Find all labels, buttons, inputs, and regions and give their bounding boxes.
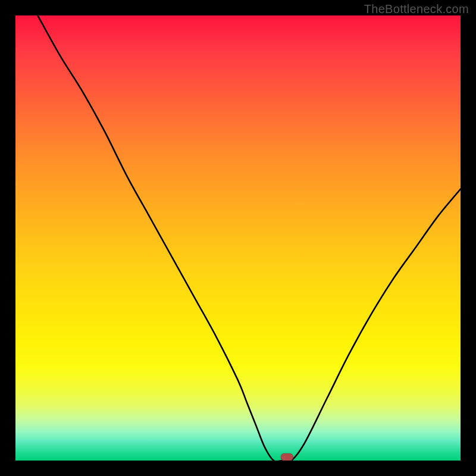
chart-svg (15, 15, 461, 461)
optimum-marker (281, 453, 293, 461)
watermark-label: TheBottleneck.com (364, 2, 469, 16)
bottleneck-curve (37, 15, 461, 461)
chart-plot-area (15, 15, 461, 461)
